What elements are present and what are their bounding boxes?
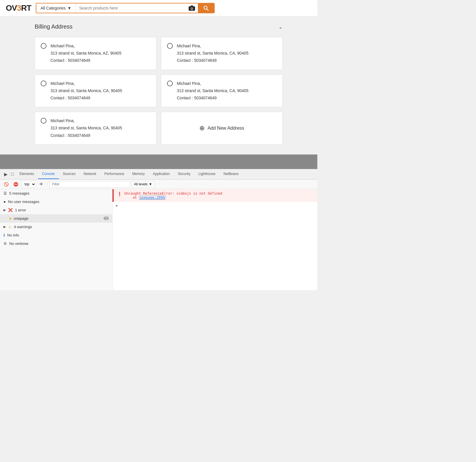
tab-elements[interactable]: Elements — [16, 169, 38, 179]
tab-security[interactable]: Security — [174, 169, 194, 179]
tab-lighthouse[interactable]: Lighthouse — [194, 169, 220, 179]
radio-btn-3[interactable] — [41, 81, 46, 86]
person-icon: ● — [3, 200, 6, 204]
console-content: ☰ 5 messages ● No user messages ▶ ❌ 1 er… — [0, 189, 317, 290]
search-icon — [203, 5, 209, 11]
main-content: Billing Address ⌄ Michael Pina, 313 stra… — [0, 16, 317, 152]
address-text-1: Michael Pina, 313 strand st, Santa Monic… — [50, 42, 121, 64]
svg-point-2 — [191, 8, 193, 10]
radio-btn-2[interactable] — [167, 43, 173, 49]
address-contact-5: Contact : 5034074649 — [50, 132, 122, 139]
devtools-inspect-btn[interactable]: □ — [9, 169, 16, 179]
address-contact-4: Contact : 5034074649 — [177, 94, 248, 102]
error-circle-icon: ❗ — [117, 192, 122, 196]
info-icon: ℹ — [3, 233, 5, 237]
tab-memory[interactable]: Memory — [128, 169, 149, 179]
all-levels-label: All levels — [134, 182, 147, 186]
address-name-2: Michael Pina, — [177, 42, 248, 50]
address-street-2: 313 strand st, Santa Monica, CA, 90405 — [177, 50, 248, 57]
search-input[interactable] — [76, 3, 186, 13]
console-expand-arrow[interactable]: ► — [113, 202, 317, 209]
filter-input[interactable] — [49, 181, 130, 187]
address-card-5[interactable]: Michael Pina, 313 strand st, Santa Monic… — [35, 112, 156, 145]
billing-collapse-icon[interactable]: ⌄ — [278, 24, 283, 30]
address-card-3[interactable]: Michael Pina, 313 strand st, Santa Monic… — [35, 74, 156, 107]
address-contact-3: Contact : 5034074649 — [50, 94, 122, 102]
error-text-at: at — [124, 195, 139, 200]
devtools-tabs-bar: ▶ □ Elements Console Sources Network Per… — [0, 169, 317, 180]
radio-btn-5[interactable] — [41, 118, 46, 124]
address-card-4[interactable]: Michael Pina, 313 strand st, Santa Monic… — [161, 74, 283, 107]
radio-btn-4[interactable] — [167, 81, 173, 86]
all-levels-dropdown[interactable]: All levels ▼ — [132, 181, 154, 187]
onepage-label: onepage — [14, 216, 101, 221]
tab-sources[interactable]: Sources — [59, 169, 80, 179]
radio-btn-1[interactable] — [41, 43, 46, 49]
gray-separator — [0, 154, 317, 169]
tab-performance[interactable]: Performance — [100, 169, 128, 179]
tab-application[interactable]: Application — [149, 169, 174, 179]
eye-btn[interactable]: 👁 — [38, 181, 45, 187]
sidebar-item-messages[interactable]: ☰ 5 messages — [0, 189, 112, 198]
logo: OV3RT — [6, 3, 31, 13]
address-contact-1: Contact : 5034074649 — [50, 57, 121, 64]
billing-header: Billing Address ⌄ — [35, 23, 283, 30]
address-name-5: Michael Pina, — [50, 117, 122, 124]
tab-network[interactable]: Network — [80, 169, 100, 179]
svg-line-5 — [207, 9, 209, 11]
sidebar-item-verbose[interactable]: ⚙ No verbose — [0, 239, 112, 248]
error-icon: ❌ — [8, 208, 13, 212]
sidebar-item-errors[interactable]: ▶ ❌ 1 error — [0, 206, 112, 214]
console-main: ❗ Uncaught ReferenceError: videojs is no… — [113, 189, 317, 290]
chevron-down-icon: ▼ — [68, 6, 72, 10]
address-text-5: Michael Pina, 313 strand st, Santa Monic… — [50, 117, 122, 139]
address-street-3: 313 strand st, Santa Monica, CA, 90405 — [50, 87, 122, 94]
header: OV3RT All Categories ▼ — [0, 0, 317, 16]
warnings-label: 4 warnings — [14, 225, 109, 229]
address-text-2: Michael Pina, 313 strand st, Santa Monic… — [177, 42, 248, 64]
address-text-4: Michael Pina, 313 strand st, Santa Monic… — [177, 80, 248, 102]
address-card-1[interactable]: Michael Pina, 313 strand st, Santa Monic… — [35, 37, 156, 70]
devtools-cursor-btn[interactable]: ▶ — [2, 169, 9, 179]
sidebar-item-onepage[interactable]: ■ onepage 1 — [0, 214, 112, 223]
address-card-2[interactable]: Michael Pina, 313 strand st, Santa Monic… — [161, 37, 283, 70]
address-contact-2: Contact : 5034074649 — [177, 57, 248, 64]
sidebar-item-info[interactable]: ℹ No info — [0, 231, 112, 239]
all-levels-chevron: ▼ — [149, 182, 152, 186]
file-icon: ■ — [9, 216, 12, 221]
error-link[interactable]: onepage:2994 — [139, 195, 166, 200]
sidebar-item-warnings[interactable]: ▶ ⚠ 4 warnings — [0, 223, 112, 231]
tab-console[interactable]: Console — [38, 169, 59, 179]
context-select[interactable]: top — [21, 181, 36, 188]
console-sidebar: ☰ 5 messages ● No user messages ▶ ❌ 1 er… — [0, 189, 113, 290]
address-text-3: Michael Pina, 313 strand st, Santa Monic… — [50, 80, 122, 102]
billing-title: Billing Address — [35, 23, 72, 30]
search-bar: All Categories ▼ — [36, 3, 215, 13]
svg-rect-3 — [191, 5, 193, 7]
list-icon: ☰ — [3, 191, 7, 195]
addresses-grid: Michael Pina, 313 strand st, Santa Monic… — [35, 37, 283, 145]
search-button[interactable] — [198, 3, 214, 13]
error-text-line1: Uncaught ReferenceError: videojs is not … — [124, 191, 222, 195]
add-new-address-card[interactable]: ⊕ Add New Address — [161, 112, 283, 145]
sidebar-item-user-messages[interactable]: ● No user messages — [0, 198, 112, 206]
clear-console-btn[interactable]: 🚫 — [2, 181, 10, 187]
address-name-1: Michael Pina, — [50, 42, 121, 50]
address-name-4: Michael Pina, — [177, 80, 248, 87]
camera-search-button[interactable] — [186, 3, 198, 13]
console-toolbar: 🚫 ⛔ top 👁 | All levels ▼ — [0, 180, 317, 189]
block-console-btn[interactable]: ⛔ — [12, 181, 20, 187]
category-dropdown[interactable]: All Categories ▼ — [36, 3, 76, 13]
camera-icon — [189, 5, 195, 11]
error-message: Uncaught ReferenceError: videojs is not … — [124, 191, 222, 200]
onepage-count: 1 — [104, 217, 109, 220]
error-row: ❗ Uncaught ReferenceError: videojs is no… — [113, 189, 317, 202]
info-label: No info — [7, 233, 109, 237]
tab-netbeans[interactable]: NetBeans — [220, 169, 243, 179]
address-street-5: 313 strand st, Santa Monica, CA, 90405 — [50, 124, 122, 132]
errors-label: 1 error — [15, 208, 109, 212]
devtools-panel: ▶ □ Elements Console Sources Network Per… — [0, 169, 317, 290]
add-new-label: Add New Address — [207, 126, 244, 131]
address-street-1: 313 strand st, Santa Monica, AZ, 90405 — [50, 50, 121, 57]
address-name-3: Michael Pina, — [50, 80, 122, 87]
